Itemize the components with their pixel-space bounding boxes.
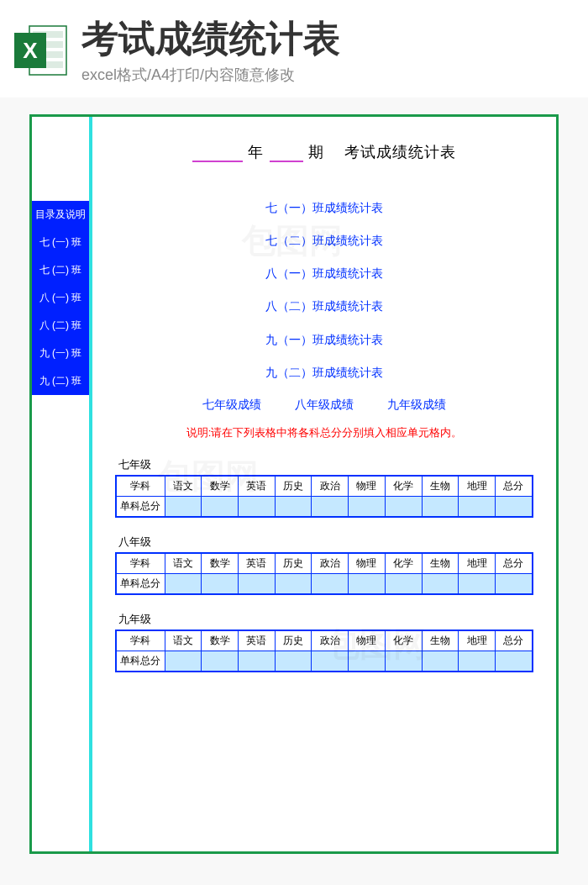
col-chinese: 语文 — [165, 476, 202, 497]
link-class-7-2[interactable]: 七（二）班成绩统计表 — [102, 224, 546, 257]
sidebar-item-8-1[interactable]: 八 (一) 班 — [32, 284, 89, 312]
table-header-row: 学科 语文 数学 英语 历史 政治 物理 化学 生物 地理 总分 — [116, 630, 533, 651]
score-cell[interactable] — [349, 496, 386, 517]
col-physics: 物理 — [349, 630, 386, 651]
main-area: 年 期 考试成绩统计表 七（一）班成绩统计表 七（二）班成绩统计表 八（一）班成… — [92, 117, 556, 851]
table-score-row: 单科总分 — [116, 573, 533, 594]
sidebar-item-7-2[interactable]: 七 (二) 班 — [32, 256, 89, 284]
score-cell[interactable] — [202, 651, 239, 672]
score-cell[interactable] — [238, 573, 275, 594]
score-cell[interactable] — [238, 496, 275, 517]
grade-7-table: 学科 语文 数学 英语 历史 政治 物理 化学 生物 地理 总分 单科总分 — [115, 475, 533, 518]
term-label: 期 — [308, 144, 324, 161]
header-text-block: 考试成绩统计表 excel格式/A4打印/内容随意修改 — [81, 17, 575, 85]
col-geography: 地理 — [459, 553, 496, 574]
subject-header: 学科 — [116, 630, 165, 651]
sidebar-item-9-2[interactable]: 九 (二) 班 — [32, 367, 89, 395]
header-title: 考试成绩统计表 — [81, 17, 575, 61]
col-chemistry: 化学 — [385, 630, 422, 651]
score-cell[interactable] — [495, 651, 533, 672]
sidebar-item-9-1[interactable]: 九 (一) 班 — [32, 340, 89, 367]
score-cell[interactable] — [495, 496, 533, 517]
score-cell[interactable] — [349, 573, 386, 594]
col-geography: 地理 — [459, 476, 496, 497]
col-chinese: 语文 — [165, 553, 202, 574]
link-class-7-1[interactable]: 七（一）班成绩统计表 — [102, 192, 546, 224]
grade-9-table: 学科 语文 数学 英语 历史 政治 物理 化学 生物 地理 总分 单科总分 — [115, 630, 533, 672]
score-cell[interactable] — [165, 573, 202, 594]
col-math: 数学 — [202, 630, 239, 651]
grade-9-label: 九年级 — [115, 612, 533, 627]
score-row-label: 单科总分 — [116, 496, 165, 517]
sidebar-item-7-1[interactable]: 七 (一) 班 — [32, 229, 89, 256]
score-cell[interactable] — [312, 573, 349, 594]
col-biology: 生物 — [422, 476, 459, 497]
score-cell[interactable] — [312, 496, 349, 517]
score-cell[interactable] — [165, 496, 202, 517]
link-grade-9[interactable]: 九年级成绩 — [387, 398, 446, 411]
class-link-list: 七（一）班成绩统计表 七（二）班成绩统计表 八（一）班成绩统计表 八（二）班成绩… — [102, 192, 546, 389]
score-cell[interactable] — [422, 496, 459, 517]
score-cell[interactable] — [238, 651, 275, 672]
col-history: 历史 — [275, 553, 312, 574]
table-header-row: 学科 语文 数学 英语 历史 政治 物理 化学 生物 地理 总分 — [116, 553, 533, 574]
table-score-row: 单科总分 — [116, 651, 533, 672]
score-cell[interactable] — [349, 651, 386, 672]
col-total: 总分 — [495, 630, 533, 651]
grade-9-section: 九年级 学科 语文 数学 英语 历史 政治 物理 化学 生物 地理 总分 单科总… — [102, 612, 546, 672]
link-grade-7[interactable]: 七年级成绩 — [202, 398, 261, 411]
year-label: 年 — [248, 144, 264, 161]
score-cell[interactable] — [165, 651, 202, 672]
grade-8-label: 八年级 — [115, 535, 533, 550]
score-cell[interactable] — [422, 573, 459, 594]
score-cell[interactable] — [275, 573, 312, 594]
grade-7-section: 七年级 学科 语文 数学 英语 历史 政治 物理 化学 生物 地理 总分 单科总… — [102, 457, 546, 518]
score-cell[interactable] — [275, 651, 312, 672]
score-row-label: 单科总分 — [116, 651, 165, 672]
col-physics: 物理 — [349, 553, 386, 574]
link-class-9-2[interactable]: 九（二）班成绩统计表 — [102, 356, 546, 389]
col-chemistry: 化学 — [385, 553, 422, 574]
link-class-8-1[interactable]: 八（一）班成绩统计表 — [102, 257, 546, 290]
header-subtitle: excel格式/A4打印/内容随意修改 — [81, 65, 575, 85]
sidebar-item-8-2[interactable]: 八 (二) 班 — [32, 312, 89, 340]
score-cell[interactable] — [385, 651, 422, 672]
excel-icon: X — [13, 21, 71, 80]
col-biology: 生物 — [422, 553, 459, 574]
score-cell[interactable] — [495, 573, 533, 594]
col-total: 总分 — [495, 553, 533, 574]
score-cell[interactable] — [312, 651, 349, 672]
col-biology: 生物 — [422, 630, 459, 651]
score-cell[interactable] — [459, 496, 496, 517]
score-cell[interactable] — [202, 496, 239, 517]
col-english: 英语 — [238, 476, 275, 497]
col-politics: 政治 — [312, 553, 349, 574]
score-cell[interactable] — [459, 573, 496, 594]
score-cell[interactable] — [459, 651, 496, 672]
col-chemistry: 化学 — [385, 476, 422, 497]
link-grade-8[interactable]: 八年级成绩 — [295, 398, 354, 411]
subject-header: 学科 — [116, 476, 165, 497]
sidebar-header: 目录及说明 — [32, 201, 89, 229]
link-class-9-1[interactable]: 九（一）班成绩统计表 — [102, 324, 546, 356]
year-blank[interactable] — [192, 145, 243, 162]
grade-8-section: 八年级 学科 语文 数学 英语 历史 政治 物理 化学 生物 地理 总分 单科总… — [102, 535, 546, 595]
sidebar-column: 目录及说明 七 (一) 班 七 (二) 班 八 (一) 班 八 (二) 班 九 … — [32, 117, 92, 851]
score-cell[interactable] — [422, 651, 459, 672]
document-title: 年 期 考试成绩统计表 — [102, 142, 546, 162]
page-header: X 考试成绩统计表 excel格式/A4打印/内容随意修改 — [0, 0, 588, 97]
score-cell[interactable] — [202, 573, 239, 594]
score-cell[interactable] — [385, 573, 422, 594]
grade-8-table: 学科 语文 数学 英语 历史 政治 物理 化学 生物 地理 总分 单科总分 — [115, 552, 533, 595]
link-class-8-2[interactable]: 八（二）班成绩统计表 — [102, 290, 546, 323]
term-blank[interactable] — [270, 145, 303, 162]
score-cell[interactable] — [275, 496, 312, 517]
col-physics: 物理 — [349, 476, 386, 497]
col-geography: 地理 — [459, 630, 496, 651]
col-english: 英语 — [238, 553, 275, 574]
score-cell[interactable] — [385, 496, 422, 517]
col-chinese: 语文 — [165, 630, 202, 651]
document-frame: 包图网 包图网 包图网 目录及说明 七 (一) 班 七 (二) 班 八 (一) … — [29, 114, 559, 854]
table-header-row: 学科 语文 数学 英语 历史 政治 物理 化学 生物 地理 总分 — [116, 476, 533, 497]
col-politics: 政治 — [312, 476, 349, 497]
